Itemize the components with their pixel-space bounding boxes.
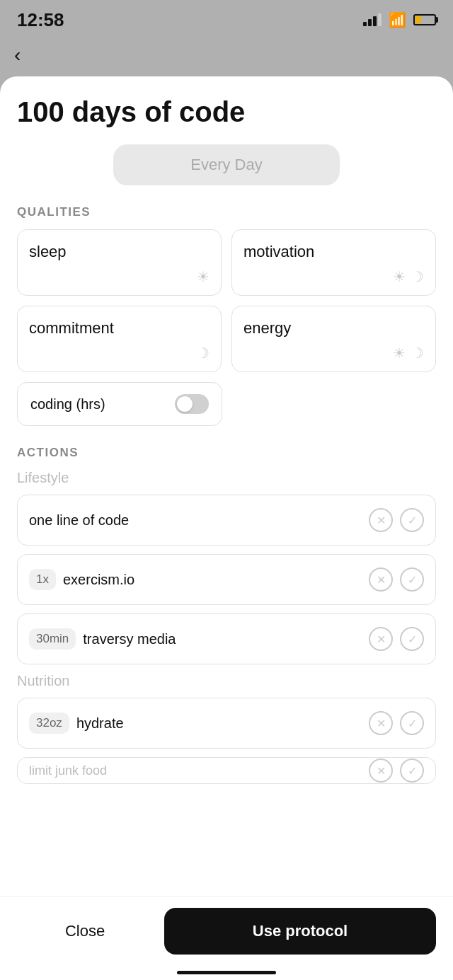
commitment-icons: ☽ [29, 345, 210, 362]
action-tag-traversy: 30min [29, 628, 76, 650]
status-icons: 📶 [363, 11, 436, 28]
qualities-grid: sleep ☀ motivation ☀ ☽ commitment ☽ ener… [17, 229, 436, 372]
action-text-traversy: traversy media [83, 631, 176, 647]
back-button[interactable]: ‹ [14, 45, 439, 65]
action-controls-exercism: ✕ ✓ [369, 567, 424, 592]
action-tag-exercism: 1x [29, 569, 56, 590]
action-item-traversy[interactable]: 30min traversy media ✕ ✓ [17, 613, 436, 664]
reject-button-traversy[interactable]: ✕ [369, 627, 393, 651]
frequency-selector[interactable]: Every Day [113, 144, 340, 185]
quality-card-energy[interactable]: energy ☀ ☽ [231, 306, 436, 372]
reject-button-one-line[interactable]: ✕ [369, 508, 393, 532]
status-bar: 12:58 📶 [0, 0, 453, 40]
action-content-traversy: 30min traversy media [29, 628, 360, 650]
close-button[interactable]: Close [17, 908, 153, 955]
signal-icon [363, 13, 382, 26]
action-item-exercism[interactable]: 1x exercism.io ✕ ✓ [17, 554, 436, 605]
quality-card-motivation[interactable]: motivation ☀ ☽ [231, 229, 436, 296]
quality-card-sleep[interactable]: sleep ☀ [17, 229, 222, 296]
moon-icon-energy: ☽ [411, 345, 424, 362]
motivation-icons: ☀ ☽ [243, 268, 424, 285]
quality-name-energy: energy [243, 319, 424, 338]
use-protocol-button[interactable]: Use protocol [164, 908, 436, 955]
accept-button-traversy[interactable]: ✓ [400, 627, 424, 651]
accept-button-exercism[interactable]: ✓ [400, 567, 424, 592]
action-content-junk-food: limit junk food [29, 763, 360, 778]
action-controls-junk-food: ✕ ✓ [369, 759, 424, 783]
home-indicator [177, 971, 276, 974]
action-content-one-line: one line of code [29, 512, 360, 529]
reject-button-exercism[interactable]: ✕ [369, 567, 393, 592]
sleep-icons: ☀ [29, 268, 210, 285]
wifi-icon: 📶 [389, 11, 406, 28]
qualities-section-header: QUALITIES [17, 205, 436, 219]
action-text-one-line: one line of code [29, 512, 129, 529]
coding-tracker-card[interactable]: coding (hrs) [17, 382, 222, 426]
action-text-hydrate: hydrate [76, 715, 124, 732]
battery-icon [413, 14, 436, 25]
coding-label: coding (hrs) [30, 396, 105, 413]
action-item-one-line[interactable]: one line of code ✕ ✓ [17, 495, 436, 546]
quality-name-sleep: sleep [29, 243, 210, 261]
status-time: 12:58 [17, 9, 64, 31]
action-controls-one-line: ✕ ✓ [369, 508, 424, 532]
lifestyle-subsection-header: Lifestyle [17, 470, 436, 486]
action-tag-hydrate: 32oz [29, 713, 69, 734]
quality-name-commitment: commitment [29, 319, 210, 338]
actions-section-header: ACTIONS [17, 446, 436, 460]
bottom-bar: Close Use protocol [0, 896, 453, 980]
moon-icon-commitment: ☽ [197, 345, 210, 362]
reject-button-junk-food[interactable]: ✕ [369, 759, 393, 783]
energy-icons: ☀ ☽ [243, 345, 424, 362]
action-controls-traversy: ✕ ✓ [369, 627, 424, 651]
sun-icon-motivation: ☀ [393, 268, 406, 285]
quality-name-motivation: motivation [243, 243, 424, 261]
frequency-label: Every Day [190, 156, 262, 173]
quality-card-commitment[interactable]: commitment ☽ [17, 306, 222, 372]
accept-button-hydrate[interactable]: ✓ [400, 711, 424, 735]
page-title: 100 days of code [17, 96, 436, 127]
action-text-exercism: exercism.io [63, 572, 134, 588]
action-item-junk-food[interactable]: limit junk food ✕ ✓ [17, 757, 436, 784]
back-area: ‹ [0, 40, 453, 76]
reject-button-hydrate[interactable]: ✕ [369, 711, 393, 735]
accept-button-junk-food[interactable]: ✓ [400, 759, 424, 783]
coding-toggle[interactable] [175, 394, 209, 414]
main-card: 100 days of code Every Day QUALITIES sle… [0, 76, 453, 968]
action-text-junk-food: limit junk food [29, 763, 107, 778]
action-content-hydrate: 32oz hydrate [29, 713, 360, 734]
action-item-hydrate[interactable]: 32oz hydrate ✕ ✓ [17, 698, 436, 749]
accept-button-one-line[interactable]: ✓ [400, 508, 424, 532]
moon-icon-motivation: ☽ [411, 268, 424, 285]
action-controls-hydrate: ✕ ✓ [369, 711, 424, 735]
sun-icon-sleep: ☀ [197, 268, 210, 285]
action-content-exercism: 1x exercism.io [29, 569, 360, 590]
nutrition-subsection-header: Nutrition [17, 673, 436, 689]
sun-icon-energy: ☀ [393, 345, 406, 362]
